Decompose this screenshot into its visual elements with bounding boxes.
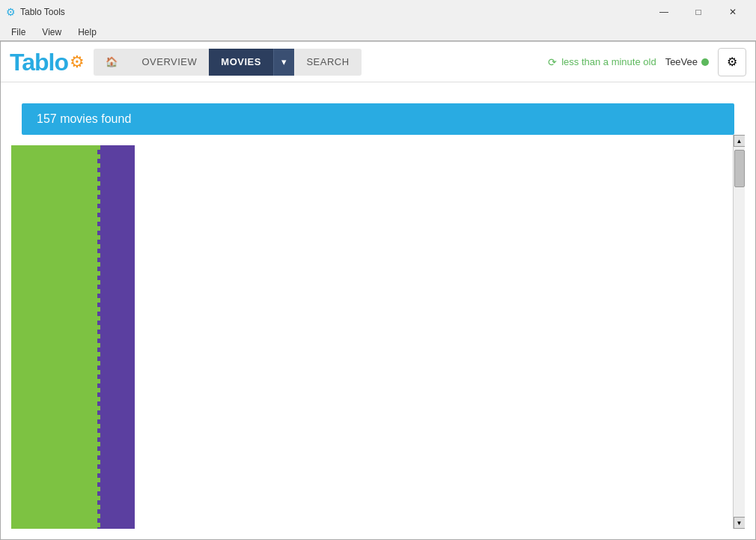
settings-button[interactable]: ⚙ [718, 48, 746, 76]
results-banner: 157 movies found [22, 103, 734, 135]
thumbnail-purple [97, 145, 135, 529]
movie-thumbnails [11, 145, 135, 529]
sync-icon: ⟳ [548, 56, 557, 68]
movies-button[interactable]: MOVIES [209, 49, 273, 76]
logo-gear-icon: ⚙ [70, 52, 85, 72]
title-bar-title: Tablo Tools [20, 7, 65, 17]
nav-right: ⟳ less than a minute old TeeVee ⚙ [548, 48, 746, 76]
overview-button[interactable]: OVERVIEW [129, 49, 209, 76]
home-button[interactable]: 🏠 [94, 49, 130, 76]
scrollbar-down-button[interactable]: ▼ [734, 517, 746, 529]
nav-buttons: 🏠 OVERVIEW MOVIES ▾ SEARCH [94, 49, 362, 76]
app-window: Tablo ⚙ 🏠 OVERVIEW MOVIES ▾ SEARCH ⟳ les… [0, 40, 756, 540]
menu-file[interactable]: File [4, 25, 32, 40]
logo-text: Tablo [10, 50, 68, 74]
movies-dropdown-button[interactable]: ▾ [273, 49, 295, 76]
close-button[interactable]: ✕ [716, 0, 750, 24]
menu-help[interactable]: Help [71, 25, 103, 40]
app-area: Tablo ⚙ 🏠 OVERVIEW MOVIES ▾ SEARCH ⟳ les… [1, 41, 755, 539]
device-label: TeeVee [665, 56, 698, 67]
app-logo: Tablo ⚙ [10, 50, 85, 74]
home-icon: 🏠 [106, 56, 118, 67]
app-navbar: Tablo ⚙ 🏠 OVERVIEW MOVIES ▾ SEARCH ⟳ les… [1, 42, 755, 82]
title-bar-left: ⚙ Tablo Tools [6, 6, 65, 18]
thumbnail-green [11, 145, 97, 529]
scrollbar-thumb[interactable] [734, 150, 745, 187]
device-name: TeeVee [665, 56, 709, 67]
title-bar: ⚙ Tablo Tools — □ ✕ [0, 0, 756, 24]
title-bar-controls: — □ ✕ [647, 0, 750, 24]
minimize-button[interactable]: — [647, 0, 681, 24]
menu-view[interactable]: View [35, 25, 68, 40]
app-icon: ⚙ [6, 6, 16, 18]
menu-bar: File View Help [0, 24, 756, 40]
sync-status: ⟳ less than a minute old [548, 56, 656, 68]
results-count: 157 movies found [37, 112, 131, 125]
sync-label: less than a minute old [561, 56, 656, 67]
settings-icon: ⚙ [727, 55, 737, 69]
maximize-button[interactable]: □ [681, 0, 716, 24]
scrollbar-up-button[interactable]: ▲ [734, 135, 746, 147]
device-status-dot [701, 58, 709, 66]
search-button[interactable]: SEARCH [294, 49, 361, 76]
